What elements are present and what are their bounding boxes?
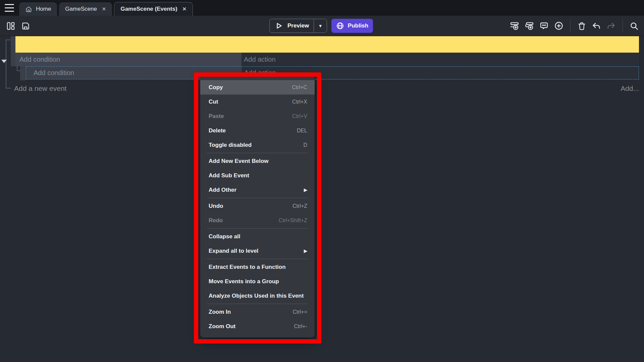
collapse-arrow-icon[interactable]	[1, 60, 7, 63]
menu-item-shortcut: DEL	[297, 128, 307, 134]
event-gutter[interactable]	[11, 36, 15, 66]
menu-divider	[207, 198, 308, 198]
menu-divider	[207, 259, 308, 259]
redo-icon	[606, 21, 616, 31]
menu-item-shortcut: Ctrl+=	[292, 309, 307, 315]
add-sub-event-icon[interactable]	[525, 21, 534, 31]
context-menu-item[interactable]: Cut Ctrl+X	[200, 95, 315, 109]
home-icon	[25, 6, 32, 13]
context-menu-item[interactable]: Add New Event Below	[200, 154, 315, 168]
add-ellipsis-button[interactable]: Add...	[621, 84, 639, 93]
menu-item-shortcut: Ctrl+Z	[292, 203, 307, 209]
publish-label: Publish	[348, 22, 368, 29]
toolbar-left-icons	[6, 16, 30, 36]
close-icon[interactable]: ✕	[182, 6, 187, 12]
tree-line	[6, 88, 11, 88]
events-toolbar: Preview ▼ Publish	[0, 16, 644, 36]
context-menu-item[interactable]: Analyze Objects Used in this Event	[200, 289, 315, 303]
menu-item-shortcut: Ctrl+-	[294, 323, 307, 329]
context-menu-item[interactable]: Delete DEL	[200, 123, 315, 138]
tree-line	[6, 40, 11, 40]
menu-item-label: Delete	[209, 127, 226, 134]
context-menu-item[interactable]: Copy Ctrl+C	[200, 80, 315, 95]
context-menu: Copy Ctrl+C Cut Ctrl+X Paste Ctrl+V Dele…	[200, 76, 315, 338]
menu-item-shortcut: Ctrl+C	[292, 84, 307, 90]
add-event-icon[interactable]	[510, 21, 519, 31]
context-menu-item: Paste Ctrl+V	[200, 109, 315, 123]
preview-main[interactable]: Preview	[270, 19, 314, 33]
context-menu-item: Redo Ctrl+Shift+Z	[200, 213, 315, 228]
menu-divider	[207, 153, 308, 153]
add-new-event-button[interactable]: Add a new event	[14, 84, 66, 93]
submenu-arrow-icon: ▶	[304, 187, 307, 192]
tab-gamescene-events[interactable]: GameScene (Events) ✕	[114, 2, 193, 16]
menu-item-label: Extract Events to a Function	[209, 264, 286, 270]
comment-event[interactable]	[15, 36, 639, 53]
tree-line	[6, 40, 6, 88]
menu-item-label: Cut	[209, 99, 218, 105]
tab-gamescene[interactable]: GameScene ✕	[59, 2, 112, 16]
globe-icon	[336, 22, 344, 30]
context-menu-item[interactable]: Collapse all	[200, 229, 315, 244]
menu-item-label: Collapse all	[209, 233, 240, 240]
search-icon[interactable]	[630, 21, 639, 31]
sub-event-gutter[interactable]	[20, 66, 26, 80]
publish-button[interactable]: Publish	[331, 19, 373, 33]
tab-label: GameScene (Events)	[120, 6, 177, 12]
context-menu-item[interactable]: Extract Events to a Function	[200, 260, 315, 274]
context-menu-item[interactable]: Undo Ctrl+Z	[200, 199, 315, 213]
trash-icon[interactable]	[577, 21, 586, 31]
add-condition-button[interactable]: Add condition	[15, 53, 241, 66]
submenu-arrow-icon: ▶	[304, 248, 307, 253]
undo-icon[interactable]	[592, 21, 601, 31]
menu-item-label: Paste	[209, 113, 224, 120]
play-icon	[274, 21, 283, 30]
project-manager-icon[interactable]	[6, 21, 15, 31]
context-menu-item[interactable]: Add Sub Event	[200, 168, 315, 183]
menu-item-label: Expand all to level	[209, 248, 258, 254]
selected-sub-event[interactable]: Add condition Add action	[26, 66, 639, 79]
menu-item-label: Undo	[209, 203, 223, 209]
context-menu-item[interactable]: Move Events into a Group	[200, 274, 315, 289]
menu-item-label: Analyze Objects Used in this Event	[209, 293, 304, 299]
tab-label: Home	[36, 6, 51, 12]
menu-item-label: Zoom Out	[209, 323, 235, 330]
preview-label: Preview	[287, 22, 309, 29]
menu-item-label: Copy	[209, 84, 223, 91]
divider	[623, 19, 623, 32]
tab-bar: Home GameScene ✕ GameScene (Events) ✕	[0, 0, 644, 16]
menu-item-label: Add Other	[209, 187, 236, 193]
divider	[570, 19, 571, 32]
menu-item-label: Move Events into a Group	[209, 278, 279, 285]
menu-divider	[207, 304, 308, 304]
preview-button[interactable]: Preview ▼	[269, 19, 327, 33]
context-menu-item[interactable]: Zoom In Ctrl+=	[200, 305, 315, 319]
save-icon[interactable]	[21, 21, 30, 31]
context-menu-item[interactable]: Toggle disabled D	[200, 138, 315, 152]
menu-item-label: Add New Event Below	[209, 158, 269, 165]
menu-item-label: Add Sub Event	[209, 172, 249, 179]
menu-item-label: Zoom In	[209, 309, 231, 315]
menu-item-shortcut: D	[303, 142, 307, 148]
menu-divider	[207, 228, 308, 229]
context-menu-item[interactable]: Add Other ▶	[200, 183, 315, 197]
context-menu-item[interactable]: Zoom Out Ctrl+-	[200, 319, 315, 334]
menu-item-label: Redo	[209, 217, 223, 224]
context-menu-item[interactable]: Expand all to level ▶	[200, 244, 315, 258]
menu-item-shortcut: Ctrl+Shift+Z	[279, 218, 307, 224]
add-comment-icon[interactable]	[539, 21, 549, 31]
menu-item-shortcut: Ctrl+X	[292, 99, 307, 105]
add-circle-icon[interactable]	[554, 21, 564, 31]
close-icon[interactable]: ✕	[102, 6, 106, 12]
add-action-button[interactable]: Add action	[241, 53, 639, 66]
tab-strip: Home GameScene ✕ GameScene (Events) ✕	[19, 2, 193, 16]
tab-home[interactable]: Home	[19, 2, 57, 16]
menu-icon[interactable]	[5, 4, 14, 12]
tree-line	[17, 70, 20, 71]
menu-item-shortcut: Ctrl+V	[292, 113, 307, 119]
tab-label: GameScene	[65, 6, 97, 12]
toolbar-right-icons	[510, 16, 639, 36]
chevron-down-icon[interactable]: ▼	[314, 19, 327, 33]
menu-item-label: Toggle disabled	[209, 142, 252, 148]
